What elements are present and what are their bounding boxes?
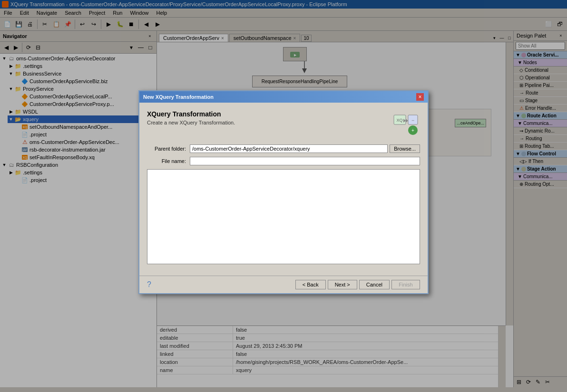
- cancel-btn[interactable]: Cancel: [359, 280, 390, 289]
- modal-body: XQuery Transformation Create a new XQuer…: [139, 103, 428, 276]
- svg-text:↔: ↔: [411, 118, 415, 123]
- modal-header-area: XQuery Transformation Create a new XQuer…: [147, 110, 420, 139]
- modal-title-bar: New XQuery Transformation ×: [139, 91, 428, 103]
- svg-text:+: +: [411, 128, 414, 133]
- modal-footer: ? < Back Next > Cancel Finish: [139, 276, 428, 293]
- file-name-input[interactable]: [190, 157, 420, 165]
- modal-dialog: New XQuery Transformation × XQuery Trans…: [138, 90, 429, 294]
- modal-overlay: New XQuery Transformation × XQuery Trans…: [0, 0, 567, 387]
- back-btn[interactable]: < Back: [295, 280, 326, 289]
- modal-content-area: [147, 169, 420, 264]
- svg-text:XQ: XQ: [396, 118, 402, 123]
- form-row-parent-folder: Parent folder: Browse...: [147, 144, 420, 153]
- next-btn[interactable]: Next >: [328, 280, 357, 289]
- modal-header-text: XQuery Transformation Create a new XQuer…: [147, 110, 235, 125]
- form-label-file-name: File name:: [147, 158, 190, 164]
- help-icon[interactable]: ?: [147, 280, 151, 289]
- modal-subtitle: Create a new XQuery Transformation.: [147, 120, 235, 125]
- modal-heading: XQuery Transformation: [147, 110, 235, 118]
- modal-close-btn[interactable]: ×: [416, 93, 424, 101]
- modal-title-text: New XQuery Transformation: [143, 94, 214, 100]
- browse-btn[interactable]: Browse...: [390, 144, 420, 153]
- form-row-file-name: File name:: [147, 157, 420, 165]
- finish-btn[interactable]: Finish: [391, 280, 420, 289]
- form-label-parent-folder: Parent folder:: [147, 146, 190, 152]
- svg-marker-6: [406, 119, 408, 123]
- modal-btn-group: < Back Next > Cancel Finish: [295, 280, 420, 289]
- modal-icon-svg: XQ ↔ +: [391, 110, 420, 139]
- parent-folder-input[interactable]: [190, 144, 388, 153]
- modal-icon-area: XQ ↔ +: [391, 110, 420, 139]
